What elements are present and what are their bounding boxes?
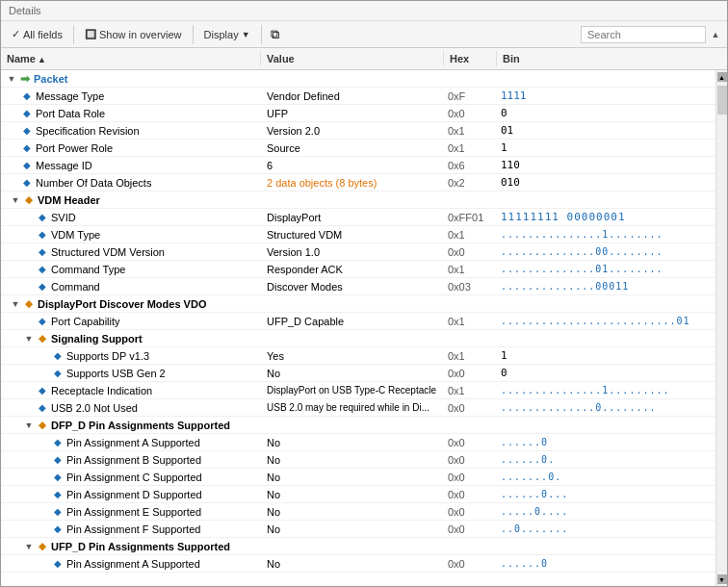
name-cell: ▼ ◆ UFP_D Pin Assignments Supported (1, 539, 261, 554)
table-row: ▼ ➡ Packet (1, 70, 715, 88)
hex-cell: 0x0 (444, 488, 497, 501)
table-row: ◆ Message Type Vendor Defined 0xF 1111 (1, 88, 715, 105)
scroll-thumb[interactable] (717, 86, 727, 115)
value-cell (261, 338, 444, 340)
copy-icon: ⧉ (271, 27, 279, 42)
blue-diamond-icon: ◆ (36, 401, 49, 415)
blue-diamond-icon: ◆ (20, 124, 34, 138)
sort-arrow-name: ▲ (38, 55, 46, 64)
name-cell: ◆ Pin Assignment F Supported (1, 522, 261, 537)
bin-cell: .....0.... (497, 505, 715, 518)
value-cell: UFP (261, 107, 444, 120)
blue-diamond-icon: ◆ (36, 263, 49, 276)
hex-cell (444, 424, 497, 426)
hex-cell (444, 78, 497, 80)
table-row: ◆ Receptacle Indication DisplayPort on U… (1, 382, 715, 399)
bin-cell: ......0. (497, 453, 715, 466)
content-area[interactable]: ▼ ➡ Packet ◆ Message Type Vendor Defined… (1, 70, 715, 586)
table-row: ▼ ◆ DFP_D Pin Assignments Supported (1, 417, 715, 434)
bin-cell: ...............1......... (497, 384, 715, 396)
table-row: ◆ Pin Assignment B Supported No 0x0 ....… (1, 451, 715, 469)
bin-cell (497, 546, 715, 548)
bin-cell: 1111 (497, 89, 715, 103)
col-value[interactable]: Value (261, 51, 444, 66)
bin-cell: 010 (497, 175, 715, 190)
showinover-button[interactable]: 🔲 Show in overview (78, 25, 189, 44)
vertical-scrollbar[interactable]: ▲ ▼ (715, 70, 727, 586)
collapse-button[interactable]: ▼ (9, 297, 22, 311)
scroll-down-arrow[interactable]: ▼ (717, 574, 727, 584)
orange-diamond-icon: ◆ (36, 540, 49, 553)
hex-cell: 0x0 (444, 523, 497, 536)
scroll-up-arrow[interactable]: ▲ (717, 72, 727, 82)
name-cell: ▼ ◆ Signaling Support (1, 331, 261, 346)
scroll-track[interactable] (717, 82, 727, 574)
bin-cell: ..............00011 (497, 280, 715, 293)
hex-cell: 0x0 (444, 245, 497, 259)
hex-cell: 0x0 (444, 436, 497, 449)
value-cell: UFP_D Capable (261, 315, 444, 328)
row-name: Port Capability (51, 316, 120, 327)
col-bin[interactable]: Bin (497, 51, 727, 66)
value-cell: No (261, 471, 444, 484)
bin-cell: ..............0........ (497, 401, 715, 414)
showinover-label: Show in overview (99, 29, 182, 40)
blue-diamond-icon: ◆ (51, 505, 65, 519)
value-cell: No (261, 523, 444, 536)
table-row: ▼ ◆ VDM Header (1, 191, 715, 209)
hex-cell: 0x03 (444, 280, 497, 294)
hex-cell: 0x1 (444, 384, 497, 397)
row-name: Port Data Role (36, 108, 105, 119)
hex-cell: 0x1 (444, 349, 497, 363)
name-cell: ▼ ◆ DisplayPort Discover Modes VDO (1, 296, 261, 312)
blue-diamond-icon: ◆ (36, 280, 49, 294)
row-name: DFP_D Pin Assignments Supported (51, 420, 230, 431)
hex-cell: 0x0 (444, 557, 497, 571)
name-cell: ◆ Command Type (1, 262, 261, 277)
name-cell: ◆ Pin Assignment A Supported (1, 435, 261, 450)
table-row: ◆ Supports USB Gen 2 No 0x0 0 (1, 365, 715, 382)
collapse-button[interactable]: ▼ (22, 332, 36, 345)
value-cell: USB 2.0 may be required while in Di... (261, 401, 444, 414)
blue-diamond-icon: ◆ (20, 176, 34, 190)
table-row: ▼ ◆ DisplayPort Discover Modes VDO (1, 295, 715, 313)
col-name[interactable]: Name▲ (1, 51, 261, 66)
bin-cell: 1 (497, 348, 715, 363)
value-cell: Discover Modes (261, 280, 444, 294)
row-name: VDM Header (38, 194, 100, 206)
orange-diamond-icon: ◆ (22, 193, 36, 207)
blue-diamond-icon: ◆ (36, 228, 49, 242)
collapse-button[interactable]: ▼ (9, 193, 22, 207)
row-name: VDM Type (51, 229, 100, 241)
scroll-up-button[interactable]: ▲ (708, 30, 723, 39)
col-hex[interactable]: Hex (444, 51, 497, 66)
showinover-icon: 🔲 (85, 29, 96, 39)
name-cell: ◆ Pin Assignment E Supported (1, 504, 261, 520)
table-row: ◆ Port Capability UFP_D Capable 0x1 ....… (1, 313, 715, 330)
search-box[interactable] (581, 26, 706, 43)
collapse-button[interactable]: ▼ (22, 419, 36, 432)
bin-cell: ......0... (497, 488, 715, 500)
name-cell: ◆ Message Type (1, 89, 261, 104)
row-name: Specification Revision (36, 125, 140, 137)
toolbar-separator-1 (73, 25, 74, 44)
name-cell: ◆ Number Of Data Objects (1, 175, 261, 191)
value-cell: Version 2.0 (261, 124, 444, 138)
search-input[interactable] (587, 29, 699, 40)
bin-cell: .......0. (497, 471, 715, 483)
copy-button[interactable]: ⧉ (266, 25, 285, 44)
blue-diamond-icon: ◆ (51, 367, 65, 380)
collapse-button[interactable]: ▼ (5, 72, 18, 86)
allfields-button[interactable]: ✓ All fields (5, 24, 69, 44)
row-name: USB 2.0 Not Used (51, 402, 138, 414)
value-cell: No (261, 367, 444, 380)
bin-cell: 0 (497, 106, 715, 120)
bin-cell: ..............00........ (497, 245, 715, 258)
allfields-check-icon: ✓ (12, 28, 20, 40)
display-button[interactable]: Display ▼ (197, 25, 257, 44)
bin-cell: ..........................01 (497, 315, 715, 327)
table-row: ◆ Number Of Data Objects 2 data objects … (1, 174, 715, 191)
hex-cell (444, 303, 497, 305)
table-row: ▼ ◆ UFP_D Pin Assignments Supported (1, 538, 715, 555)
collapse-button[interactable]: ▼ (22, 540, 36, 553)
